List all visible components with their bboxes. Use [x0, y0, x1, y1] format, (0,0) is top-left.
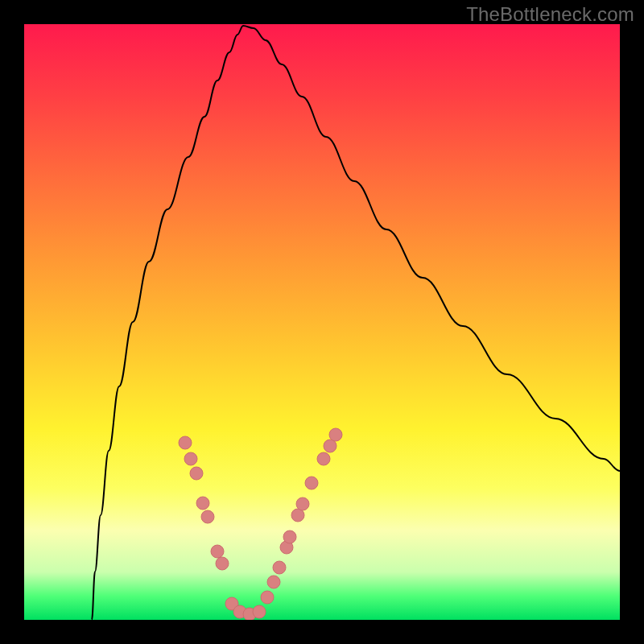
curve-marker	[261, 591, 274, 604]
curve-marker	[324, 440, 336, 452]
curve-svg	[24, 24, 620, 620]
curve-marker	[283, 530, 296, 543]
curve-marker	[184, 452, 197, 465]
curve-marker	[201, 510, 214, 523]
bottleneck-curve	[92, 26, 620, 620]
curve-left	[92, 26, 243, 620]
curve-marker	[329, 428, 342, 441]
curve-right	[243, 26, 620, 471]
curve-marker	[190, 467, 203, 480]
curve-marker	[317, 452, 330, 465]
chart-frame: TheBottleneck.com	[0, 0, 644, 644]
curve-marker	[305, 477, 318, 489]
curve-marker	[296, 497, 309, 510]
curve-marker	[196, 497, 209, 510]
curve-marker	[211, 545, 224, 558]
curve-markers	[179, 428, 342, 620]
curve-marker	[267, 576, 280, 588]
watermark-text: TheBottleneck.com	[466, 3, 634, 26]
curve-marker	[253, 605, 266, 618]
curve-marker	[216, 557, 229, 570]
curve-marker	[273, 561, 286, 574]
curve-marker	[179, 436, 192, 449]
plot-area	[24, 24, 620, 620]
